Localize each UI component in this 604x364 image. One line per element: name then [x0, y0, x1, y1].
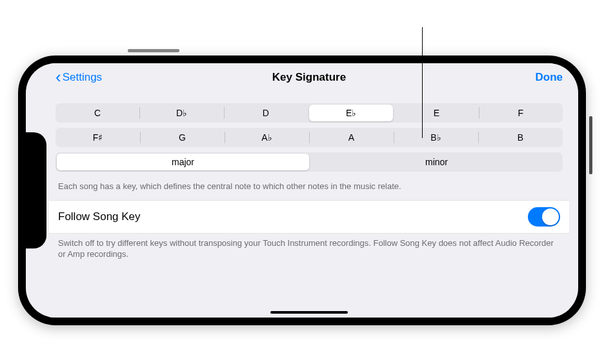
key-d[interactable]: D: [224, 103, 308, 123]
home-indicator[interactable]: [270, 311, 348, 314]
scale-minor[interactable]: minor: [310, 152, 563, 172]
scale-picker: major minor: [55, 152, 563, 172]
phone-top-button: [128, 49, 179, 52]
key-picker-row1: C D♭ D E♭ E F: [55, 103, 563, 123]
key-a[interactable]: A: [309, 128, 394, 147]
toggle-knob: [542, 208, 559, 225]
key-picker-row2: F♯ G A♭ A B♭ B: [55, 128, 563, 147]
key-e-flat[interactable]: E♭: [309, 105, 393, 121]
key-b[interactable]: B: [478, 128, 563, 147]
callout-line: [422, 27, 423, 138]
key-a-flat[interactable]: A♭: [225, 128, 309, 147]
content: C D♭ D E♭ E F F♯ G A♭ A B♭ B: [49, 92, 569, 318]
page-title: Key Signature: [272, 71, 346, 84]
key-d-flat[interactable]: D♭: [139, 103, 223, 123]
scale-major[interactable]: major: [57, 154, 309, 170]
phone-screen-bg: ‹ Settings Key Signature Done C D♭ D E♭ …: [26, 63, 578, 318]
follow-song-key-label: Follow Song Key: [58, 210, 141, 223]
key-b-flat[interactable]: B♭: [394, 128, 478, 147]
phone-notch: [26, 132, 46, 248]
key-c[interactable]: C: [55, 103, 139, 123]
key-g[interactable]: G: [140, 128, 225, 147]
key-e[interactable]: E: [394, 103, 478, 123]
key-f[interactable]: F: [479, 103, 563, 123]
nav-bar: ‹ Settings Key Signature Done: [49, 63, 569, 92]
follow-song-key-toggle[interactable]: [528, 207, 560, 227]
follow-song-key-description: Switch off to try different keys without…: [49, 234, 569, 268]
screen: ‹ Settings Key Signature Done C D♭ D E♭ …: [49, 63, 569, 318]
key-description: Each song has a key, which defines the c…: [49, 177, 569, 200]
phone-frame: ‹ Settings Key Signature Done C D♭ D E♭ …: [18, 56, 586, 325]
done-button[interactable]: Done: [536, 71, 563, 84]
phone-side-button: [589, 116, 592, 174]
key-f-sharp[interactable]: F♯: [55, 128, 140, 147]
back-button[interactable]: ‹ Settings: [55, 70, 102, 85]
back-label: Settings: [63, 71, 102, 84]
chevron-left-icon: ‹: [55, 68, 61, 85]
follow-song-key-row: Follow Song Key: [49, 200, 569, 234]
